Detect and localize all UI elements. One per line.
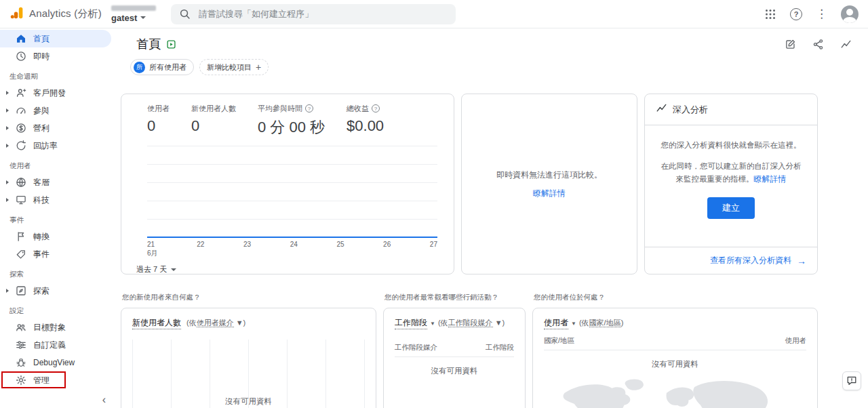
expand-caret-icon bbox=[6, 144, 9, 148]
sidebar-section-lifecycle: 生命週期 bbox=[0, 69, 113, 84]
chevron-down-icon bbox=[140, 16, 146, 19]
insights-icon[interactable] bbox=[840, 39, 852, 50]
sidebar-section-explore: 探索 bbox=[0, 267, 113, 282]
all-users-badge: 所 bbox=[134, 62, 145, 73]
metric-selector[interactable]: 使用者 bbox=[544, 317, 568, 329]
bug-icon bbox=[15, 356, 27, 369]
add-comparison-chip[interactable]: 新增比較項目 + bbox=[199, 59, 269, 75]
help-tooltip-icon[interactable]: ? bbox=[305, 104, 313, 113]
sidebar-item-retention[interactable]: 回訪率 bbox=[0, 137, 111, 155]
x-axis-label: 25 bbox=[336, 241, 344, 258]
analytics-logo-icon bbox=[9, 5, 24, 23]
sidebar-item-acquisition[interactable]: 客戶開發 bbox=[0, 84, 111, 102]
sidebar-item-tech[interactable]: 科技 bbox=[0, 191, 111, 209]
help-tooltip-icon[interactable]: ? bbox=[372, 104, 380, 113]
avatar[interactable] bbox=[841, 5, 859, 23]
sidebar-item-audiences[interactable]: 目標對象 bbox=[0, 319, 111, 336]
main-content: 首頁 所 所有使用者 新增比較項目 + bbox=[113, 28, 868, 408]
new-users-source-section: 您的新使用者來自何處？ 新使用者人數 (依使用者媒介 ▼) 沒有可用資料 bbox=[121, 293, 376, 408]
empty-state-text: 沒有可用資料 bbox=[121, 396, 376, 407]
sidebar-item-engagement[interactable]: 參與 bbox=[0, 102, 111, 119]
apps-grid-icon[interactable] bbox=[764, 8, 776, 20]
monitor-icon bbox=[15, 194, 27, 206]
column-header: 工作階段媒介 bbox=[395, 343, 437, 352]
card-question: 您的使用者位於何處？ bbox=[532, 293, 818, 302]
dimension-selector[interactable]: 使用者媒介 bbox=[197, 319, 234, 327]
sidebar-section-configure: 設定 bbox=[0, 304, 113, 319]
date-range-selector[interactable]: 過去 7 天 bbox=[136, 264, 176, 274]
x-axis-label: 21 6月 bbox=[147, 241, 158, 258]
metric-total-revenue: 總收益 ? $0.00 bbox=[347, 104, 384, 138]
x-axis-label: 24 bbox=[290, 241, 298, 258]
sidebar-item-label: 參與 bbox=[33, 105, 50, 117]
analytics-logo[interactable]: Analytics (分析) bbox=[0, 5, 108, 23]
refresh-icon bbox=[15, 140, 27, 152]
search-icon bbox=[179, 8, 191, 20]
sidebar-item-debugview[interactable]: DebugView bbox=[0, 354, 111, 371]
insights-message-1: 您的深入分析資料很快就會顯示在這裡。 bbox=[657, 139, 805, 152]
collapse-sidebar-icon[interactable]: ‹ bbox=[102, 394, 106, 405]
help-icon[interactable]: ? bbox=[790, 8, 802, 20]
overview-metrics-card: 使用者 0 新使用者人數 0 平均參與時間 ? 0 分 00 秒 總收益 ? bbox=[121, 94, 454, 274]
sidebar-item-custom-definitions[interactable]: 自訂定義 bbox=[0, 336, 111, 354]
search-input[interactable] bbox=[197, 8, 448, 20]
sidebar-item-label: 目標對象 bbox=[33, 322, 66, 333]
learn-more-link[interactable]: 瞭解詳情 bbox=[754, 174, 787, 184]
search-bar[interactable] bbox=[171, 4, 456, 24]
expand-caret-icon bbox=[6, 126, 9, 130]
home-icon bbox=[15, 33, 27, 45]
expand-caret-icon bbox=[6, 180, 9, 184]
sidebar-item-label: 回訪率 bbox=[33, 140, 58, 152]
feedback-button[interactable] bbox=[842, 371, 861, 390]
metric-new-users: 新使用者人數 0 bbox=[191, 104, 236, 138]
insights-title: 深入分析 bbox=[673, 104, 708, 116]
sidebar-section-user: 使用者 bbox=[0, 159, 113, 174]
sidebar-item-home[interactable]: 首頁 bbox=[0, 30, 111, 47]
insights-card: 深入分析 您的深入分析資料很快就會顯示在這裡。 在此同時，您可以建立新的自訂深入… bbox=[644, 94, 818, 274]
all-users-chip-label: 所有使用者 bbox=[149, 62, 186, 73]
report-badge-icon[interactable] bbox=[166, 39, 176, 49]
sidebar-item-label: 即時 bbox=[33, 51, 50, 62]
sidebar-item-events[interactable]: 事件 bbox=[0, 245, 111, 263]
sidebar-item-demographics[interactable]: 客層 bbox=[0, 174, 111, 191]
column-header: 國家/地區 bbox=[544, 336, 574, 346]
metric-value: $0.00 bbox=[347, 117, 384, 135]
customize-report-icon[interactable] bbox=[785, 39, 796, 50]
tune-icon bbox=[15, 339, 27, 351]
feedback-bubble-icon bbox=[846, 375, 857, 386]
x-axis-label: 22 bbox=[197, 241, 204, 258]
learn-more-link[interactable]: 瞭解詳情 bbox=[533, 188, 566, 199]
dimension-selector[interactable]: 國家/地區 bbox=[589, 319, 621, 327]
metric-selector[interactable]: 新使用者人數 bbox=[132, 317, 181, 329]
view-all-insights-link[interactable]: 查看所有深入分析資料 bbox=[710, 255, 791, 266]
column-header: 工作階段 bbox=[486, 343, 514, 352]
realtime-unavailable-message: 即時資料無法進行這項比較。 bbox=[496, 169, 602, 181]
metric-avg-engagement-time: 平均參與時間 ? 0 分 00 秒 bbox=[258, 104, 325, 138]
property-name: gatest bbox=[111, 13, 137, 23]
add-comparison-label: 新增比較項目 bbox=[207, 62, 252, 73]
sidebar-item-label: 事件 bbox=[33, 249, 50, 260]
world-map bbox=[544, 375, 806, 408]
dimension-selector[interactable]: 工作階段媒介 bbox=[448, 319, 493, 327]
chevron-down-icon bbox=[171, 268, 176, 271]
sidebar-item-admin[interactable]: 管理 bbox=[0, 371, 111, 389]
account-switcher[interactable]: gatest bbox=[111, 0, 156, 28]
users-location-section: 您的使用者位於何處？ 使用者 ▼ (依國家/地區) 國家/地區 使用者 沒有可用… bbox=[532, 293, 818, 408]
share-icon[interactable] bbox=[812, 39, 824, 50]
all-users-chip[interactable]: 所 所有使用者 bbox=[130, 59, 194, 75]
metric-value: 0 bbox=[191, 117, 236, 135]
sidebar-item-monetization[interactable]: 營利 bbox=[0, 119, 111, 137]
sidebar-item-explore[interactable]: 探索 bbox=[0, 282, 111, 300]
dimension-label: (依工作階段媒介 ▼) bbox=[438, 318, 505, 328]
metric-users: 使用者 0 bbox=[147, 104, 170, 138]
sidebar-item-label: 科技 bbox=[33, 195, 50, 206]
sidebar-item-conversions[interactable]: 轉換 bbox=[0, 228, 111, 245]
card-question: 您的使用者最常觀看哪些行銷活動？ bbox=[383, 293, 526, 302]
plus-icon: + bbox=[256, 62, 261, 72]
sidebar-item-realtime[interactable]: 即時 bbox=[0, 47, 111, 65]
create-insight-button[interactable]: 建立 bbox=[707, 197, 755, 219]
metric-selector[interactable]: 工作階段 bbox=[395, 317, 427, 329]
sidebar-item-label: 營利 bbox=[33, 123, 50, 134]
more-options-icon[interactable]: ⋮ bbox=[816, 8, 827, 20]
gauge-icon bbox=[15, 104, 27, 117]
